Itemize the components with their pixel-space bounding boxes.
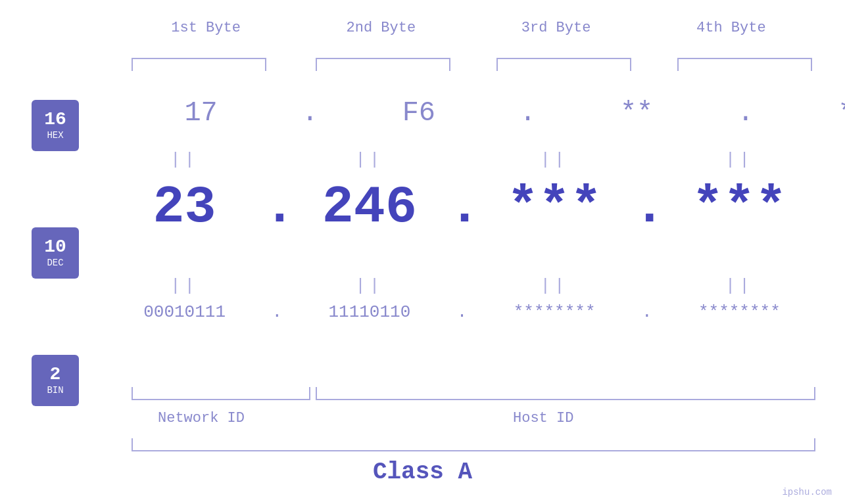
bin-dot2: . (449, 302, 475, 322)
bin-dot1: . (264, 302, 290, 322)
equals-1: || (105, 150, 264, 170)
dec-byte3: *** (475, 177, 634, 237)
byte-headers: 1st Byte 2nd Byte 3rd Byte 4th Byte (118, 20, 819, 36)
byte4-header: 4th Byte (644, 20, 819, 36)
bin-byte2: 11110110 (290, 302, 448, 322)
byte1-header: 1st Byte (118, 20, 293, 36)
equals-2: || (290, 150, 448, 170)
bin-badge: 2 BIN (32, 355, 79, 406)
host-bracket (316, 387, 815, 400)
class-bracket (132, 438, 815, 451)
hex-dot1: . (297, 97, 323, 129)
hex-label: HEX (47, 130, 63, 141)
equals-b1: || (105, 276, 264, 296)
dec-byte4: *** (660, 177, 819, 237)
hex-byte4: ** (759, 97, 845, 129)
host-id-label: Host ID (513, 410, 573, 426)
watermark: ipshu.com (782, 487, 832, 497)
hex-dot2: . (515, 97, 541, 129)
hex-num: 16 (44, 110, 66, 129)
dec-num: 10 (44, 238, 66, 256)
equals-b2: || (290, 276, 448, 296)
dec-byte1: 23 (105, 177, 264, 237)
bin-label: BIN (47, 385, 63, 396)
hex-byte2: F6 (323, 97, 514, 129)
hex-byte1: 17 (105, 97, 297, 129)
hex-badge: 16 HEX (32, 100, 79, 151)
equals-b4: || (660, 276, 819, 296)
main-container: 1st Byte 2nd Byte 3rd Byte 4th Byte 16 H… (0, 0, 845, 504)
dec-dot1: . (264, 177, 290, 237)
top-bracket-2 (316, 58, 450, 71)
top-bracket-4 (677, 58, 812, 71)
equals-4: || (660, 150, 819, 170)
dec-dot3: . (634, 177, 660, 237)
equals-b3: || (475, 276, 634, 296)
network-id-label: Network ID (158, 410, 245, 426)
bin-num: 2 (50, 365, 61, 384)
class-label: Class A (373, 459, 472, 486)
hex-dot3: . (733, 97, 759, 129)
equals-3: || (475, 150, 634, 170)
dec-byte2: 246 (290, 177, 448, 237)
bin-dot3: . (634, 302, 660, 322)
dec-dot2: . (449, 177, 475, 237)
byte2-header: 2nd Byte (293, 20, 468, 36)
bin-byte3: ******** (475, 302, 634, 322)
top-bracket-1 (132, 58, 266, 71)
byte3-header: 3rd Byte (469, 20, 644, 36)
top-bracket-3 (496, 58, 631, 71)
hex-byte3: ** (541, 97, 733, 129)
network-bracket (132, 387, 310, 400)
bin-byte4: ******** (660, 302, 819, 322)
bin-byte1: 00010111 (105, 302, 264, 322)
dec-label: DEC (47, 258, 63, 268)
dec-badge: 10 DEC (32, 227, 79, 279)
